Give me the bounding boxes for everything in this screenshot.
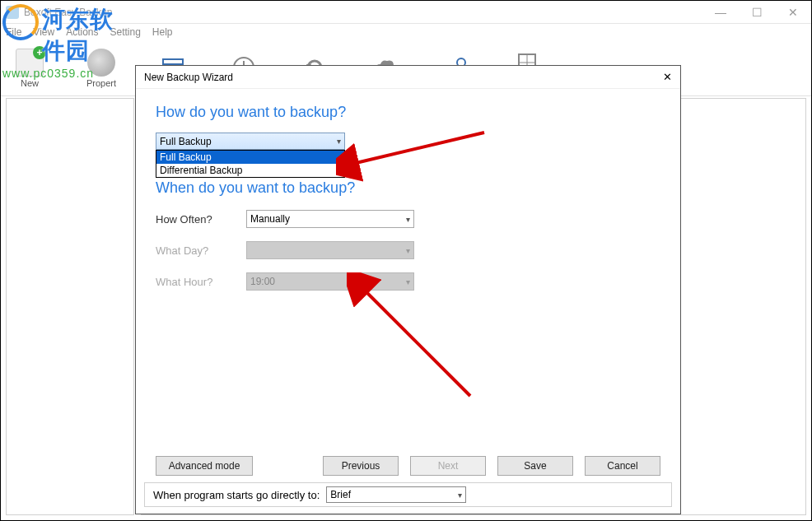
chevron-down-icon: ▾: [406, 277, 410, 286]
chevron-down-icon: ▾: [406, 246, 410, 255]
what-hour-label: What Hour?: [156, 276, 246, 288]
how-often-row: How Often? Manually ▾: [156, 210, 660, 228]
what-day-select: ▾: [246, 241, 414, 259]
toolbar-label: Propert: [86, 78, 116, 88]
advanced-mode-button[interactable]: Advanced mode: [156, 456, 253, 476]
what-hour-row: What Hour? 19:00 ▾: [156, 272, 660, 291]
dialog-title: New Backup Wizard: [144, 72, 656, 83]
heading-when-backup: When do you want to backup?: [156, 179, 660, 197]
dialog-close-button[interactable]: ✕: [656, 68, 679, 86]
startup-view-value: Brief: [330, 489, 351, 500]
toolbar-properties-button[interactable]: Propert: [86, 49, 116, 88]
what-day-row: What Day? ▾: [156, 241, 660, 259]
chevron-down-icon: ▾: [458, 491, 462, 500]
toolbar-label: New: [21, 78, 39, 88]
previous-button[interactable]: Previous: [323, 456, 399, 476]
menu-setting[interactable]: Setting: [110, 26, 141, 38]
menu-view[interactable]: View: [33, 26, 54, 38]
what-day-label: What Day?: [156, 244, 246, 257]
titlebar: Boxoft Easy Backup — ☐ ✕: [1, 1, 811, 24]
how-often-select[interactable]: Manually ▾: [246, 210, 414, 228]
startup-view-select[interactable]: Brief ▾: [326, 486, 466, 503]
menubar: File View Actions Setting Help: [1, 24, 811, 40]
chevron-down-icon: ▾: [337, 137, 341, 146]
next-button: Next: [410, 456, 486, 476]
menu-help[interactable]: Help: [152, 26, 173, 38]
new-backup-wizard-dialog: New Backup Wizard ✕ How do you want to b…: [135, 65, 681, 514]
dialog-footer: When program starts go directly to: Brie…: [144, 482, 672, 507]
heading-how-backup: How do you want to backup?: [156, 104, 660, 121]
how-often-label: How Often?: [156, 213, 246, 226]
left-listbox[interactable]: [6, 98, 134, 515]
dialog-button-row: Advanced mode Previous Next Save Cancel: [156, 456, 660, 476]
disc-icon: [87, 49, 115, 77]
backup-type-dropdown: Full Backup Differential Backup: [156, 150, 345, 178]
dialog-titlebar: New Backup Wizard ✕: [136, 66, 680, 89]
dropdown-option-differential[interactable]: Differential Backup: [156, 164, 344, 177]
how-often-value: Manually: [250, 213, 290, 225]
backup-type-selected: Full Backup: [160, 136, 212, 147]
close-button[interactable]: ✕: [775, 1, 811, 23]
window-controls: — ☐ ✕: [702, 1, 811, 23]
save-button[interactable]: Save: [497, 456, 573, 476]
cancel-button[interactable]: Cancel: [585, 456, 660, 476]
startup-view-label: When program starts go directly to:: [153, 489, 320, 501]
chevron-down-icon: ▾: [406, 215, 410, 224]
app-icon: [6, 6, 19, 19]
maximize-button[interactable]: ☐: [739, 1, 775, 23]
toolbar-new-button[interactable]: New: [16, 49, 44, 88]
menu-file[interactable]: File: [6, 26, 21, 38]
window-title: Boxoft Easy Backup: [24, 7, 702, 18]
backup-type-select[interactable]: Full Backup ▾: [156, 133, 345, 150]
minimize-button[interactable]: —: [702, 1, 739, 23]
what-hour-select: 19:00 ▾: [246, 272, 414, 291]
dropdown-option-full[interactable]: Full Backup: [156, 151, 344, 164]
dialog-body: How do you want to backup? Full Backup ▾…: [136, 89, 680, 514]
menu-actions[interactable]: Actions: [66, 26, 98, 38]
new-file-icon: [16, 49, 44, 77]
what-hour-value: 19:00: [250, 276, 275, 287]
